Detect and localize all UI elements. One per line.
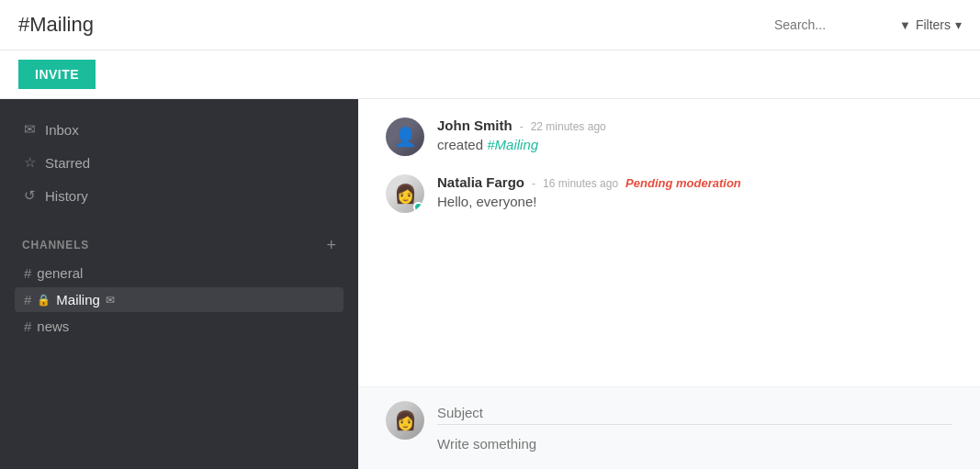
message-row-john: 👤 John Smith - 22 minutes ago created #M…	[386, 117, 952, 156]
channel-name-general: general	[37, 265, 83, 281]
message-content-john: John Smith - 22 minutes ago created #Mai…	[437, 117, 952, 152]
message-time-natalia: -	[532, 177, 535, 190]
search-input[interactable]	[774, 17, 884, 32]
message-header-natalia: Natalia Fargo - 16 minutes ago Pending m…	[437, 174, 952, 190]
message-content-natalia: Natalia Fargo - 16 minutes ago Pending m…	[437, 174, 952, 209]
channel-name-mailing: Mailing	[56, 292, 100, 307]
sender-name-natalia: Natalia Fargo	[437, 174, 524, 190]
content-area: 👤 John Smith - 22 minutes ago created #M…	[358, 99, 980, 469]
channels-section-header: CHANNELS +	[0, 229, 358, 261]
header-right: ▼ Filters ▾	[774, 17, 962, 32]
sidebar-item-label-history: History	[45, 188, 88, 204]
main-body: ✉ Inbox ☆ Starred ↺ History CHANNELS + #…	[0, 99, 980, 469]
sender-name-john: John Smith	[437, 117, 513, 133]
hash-icon-mailing: #	[24, 292, 31, 307]
channel-link-john: #Mailing	[487, 137, 538, 152]
avatar-natalia: 👩	[386, 174, 424, 213]
filters-label: Filters	[916, 17, 951, 32]
created-prefix: created	[437, 137, 487, 152]
lock-icon-mailing: 🔒	[37, 294, 51, 307]
message-time-natalia-val: 16 minutes ago	[543, 177, 618, 190]
filters-chevron-icon: ▾	[955, 17, 962, 32]
compose-fields	[437, 401, 952, 455]
message-time-john-val: 22 minutes ago	[531, 120, 606, 133]
avatar-icon-john: 👤	[386, 117, 424, 156]
pending-badge-natalia: Pending moderation	[625, 176, 741, 190]
add-channel-button[interactable]: +	[326, 237, 336, 253]
compose-area: 👩	[358, 386, 980, 469]
history-icon: ↺	[24, 187, 36, 204]
avatar-john: 👤	[386, 117, 424, 156]
inbox-icon: ✉	[24, 121, 36, 138]
channel-title: #Mailing	[18, 13, 94, 37]
channel-item-mailing[interactable]: # 🔒 Mailing ✉	[15, 287, 344, 312]
hash-icon-news: #	[24, 318, 31, 334]
sidebar-nav: ✉ Inbox ☆ Starred ↺ History	[0, 114, 358, 211]
sidebar-item-history[interactable]: ↺ History	[15, 180, 344, 211]
channel-name-news: news	[37, 318, 69, 334]
sidebar-item-starred[interactable]: ☆ Starred	[15, 147, 344, 178]
channel-item-general[interactable]: # general	[15, 261, 344, 285]
channel-item-news[interactable]: # news	[15, 314, 344, 339]
filter-icon: ▼	[899, 18, 911, 32]
compose-body-input[interactable]	[437, 432, 952, 455]
message-text-john: created #Mailing	[437, 137, 952, 152]
sidebar-item-label-starred: Starred	[45, 155, 90, 171]
avatar-icon-compose: 👩	[386, 401, 424, 440]
compose-subject-input[interactable]	[437, 401, 952, 425]
mail-icon-mailing: ✉	[106, 294, 115, 307]
message-text-natalia: Hello, everyone!	[437, 194, 952, 209]
messages-area: 👤 John Smith - 22 minutes ago created #M…	[358, 99, 980, 386]
message-time-john: -	[520, 120, 524, 133]
hash-icon-general: #	[24, 265, 31, 281]
invite-bar: INVITE	[0, 50, 980, 99]
filters-button[interactable]: ▼ Filters ▾	[899, 17, 962, 32]
star-icon: ☆	[24, 154, 36, 171]
sidebar-item-inbox[interactable]: ✉ Inbox	[15, 114, 344, 145]
sidebar: ✉ Inbox ☆ Starred ↺ History CHANNELS + #…	[0, 99, 358, 469]
avatar-compose: 👩	[386, 401, 424, 440]
online-indicator-natalia	[413, 202, 423, 212]
message-row-natalia: 👩 Natalia Fargo - 16 minutes ago Pending…	[386, 174, 952, 213]
invite-button[interactable]: INVITE	[18, 60, 96, 89]
channel-list: # general # 🔒 Mailing ✉ # news	[0, 261, 358, 339]
message-header-john: John Smith - 22 minutes ago	[437, 117, 952, 133]
channels-label: CHANNELS	[22, 239, 89, 251]
top-header: #Mailing ▼ Filters ▾	[0, 0, 980, 50]
sidebar-item-label-inbox: Inbox	[45, 122, 79, 138]
